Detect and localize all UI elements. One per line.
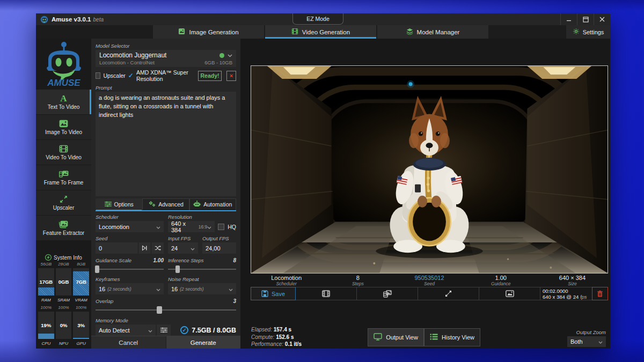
overlap-slider[interactable] [96, 306, 236, 314]
system-info-panel: System Info 56GB 28GB 8GB 17GB 0GB [36, 253, 91, 349]
expand-arrows-icon [445, 290, 452, 297]
output-zoom-label: Output Zoom [567, 329, 606, 335]
close-button[interactable] [594, 13, 610, 25]
model-selector-label: Model Selector [96, 43, 236, 49]
delete-output-button[interactable] [592, 287, 608, 300]
hq-checkbox[interactable] [218, 224, 224, 230]
tab-label: Image Generation [189, 29, 238, 35]
history-view-button[interactable]: History View [424, 328, 480, 346]
shuffle-seed-button[interactable] [151, 242, 164, 254]
prompt-input[interactable]: a dog is wearing an astronauts suite and… [96, 92, 236, 196]
send-to-image-button[interactable] [479, 287, 540, 300]
settings-button[interactable]: Settings [566, 25, 610, 39]
tab-video-generation[interactable]: Video Generation [265, 25, 376, 39]
resolution-select[interactable]: 640 x 384 16:9 [168, 221, 215, 232]
expand-arrows-icon [60, 195, 68, 204]
seed-link[interactable]: 950535012 [414, 275, 444, 281]
layers-icon [406, 28, 413, 36]
gpu-usage-bar: 3% [73, 312, 89, 339]
info-size: 640 × 384 Size [537, 274, 608, 287]
ram-usage-bar: 17GB [38, 268, 54, 295]
xdna-checkbox-label: AMD XDNA™ Super Resolution [136, 69, 195, 82]
sliders-icon [105, 201, 112, 208]
input-fps-select[interactable]: 24 [168, 242, 198, 254]
film-icon [59, 144, 68, 153]
ez-mode-button[interactable]: EZ Mode [292, 13, 343, 25]
seed-input[interactable]: 0 [96, 242, 138, 254]
frames-icon [59, 169, 69, 179]
upscaler-checkbox-label: Upscaler [103, 72, 125, 79]
sidebar: AMUSE A Text To Video Image To Video Vid… [36, 39, 91, 349]
hq-label: HQ [228, 224, 236, 230]
output-fps-input[interactable]: 24,00 [202, 242, 236, 254]
info-scheduler: Locomotion Scheduler [251, 274, 322, 287]
noise-repeat-select[interactable]: 16 (2 seconds) [168, 283, 236, 294]
app-title: Amuse v3.0.1 [52, 16, 91, 23]
scheduler-select[interactable]: Locomotion [96, 221, 164, 232]
xdna-checkbox[interactable]: ✓ [128, 72, 134, 79]
sram-usage-bar: 0GB [56, 268, 72, 295]
sidebar-item-text-to-video[interactable]: A Text To Video [36, 90, 91, 114]
sidebar-item-frame-to-frame[interactable]: Frame To Frame [36, 165, 91, 190]
generate-button[interactable]: Generate [166, 336, 241, 349]
npu-usage-bar: 0% [56, 312, 72, 339]
tab-advanced[interactable]: Advanced [142, 198, 189, 210]
vram-usage-bar: 7GB [73, 268, 89, 295]
last-seed-button[interactable] [138, 242, 151, 254]
generation-controls-panel: Model Selector Locomotion Juggernaut Loc… [91, 39, 240, 349]
sidebar-item-feature-extractor[interactable]: Feature Extractor [36, 216, 91, 240]
output-viewer: Locomotion Scheduler 8 Steps 950535012 S… [240, 39, 610, 349]
system-info-title: System Info [54, 255, 82, 261]
view-toggle: Output View History View [368, 328, 480, 346]
app-beta-tag: beta [93, 17, 104, 23]
frames-export-icon [383, 290, 392, 298]
letter-a-icon: A [60, 94, 67, 103]
cpu-usage-bar: 19% [38, 312, 54, 339]
amuse-window: Amuse v3.0.1 beta EZ Mode Image Generati… [36, 13, 610, 349]
memory-tune-button[interactable] [157, 324, 171, 336]
inference-steps-slider[interactable] [168, 265, 236, 273]
tab-automation[interactable]: Automation [189, 198, 236, 210]
image-icon [59, 119, 68, 128]
trash-icon [597, 290, 603, 297]
save-icon [261, 290, 268, 297]
image-export-icon [506, 290, 514, 297]
ready-button[interactable]: Ready! [198, 71, 221, 81]
film-icon [291, 28, 298, 36]
sidebar-item-video-to-video[interactable]: Video To Video [36, 140, 91, 165]
keyframes-select[interactable]: 16 (2 seconds) [96, 283, 164, 294]
tab-model-manager[interactable]: Model Manager [377, 25, 488, 39]
performance-stats: Elapsed: 157.4 s Compute: 152.6 s Perfor… [251, 326, 302, 348]
settings-label: Settings [583, 29, 604, 35]
sidebar-item-image-to-video[interactable]: Image To Video [36, 115, 91, 139]
video-preview[interactable] [251, 65, 608, 274]
output-duration-info: 00:02.0000 640 x 384 @ 24 fps [540, 287, 592, 300]
export-video-button[interactable] [296, 287, 357, 300]
model-selector[interactable]: Locomotion Juggernaut Locomotion - Contr… [96, 50, 236, 67]
output-view-button[interactable]: Output View [368, 328, 424, 346]
info-steps: 8 Steps [322, 274, 393, 287]
minimize-button[interactable] [560, 13, 577, 25]
chevron-down-icon [228, 52, 232, 58]
frames-to-image-button[interactable] [357, 287, 418, 300]
tab-label: Video Generation [302, 29, 350, 35]
window-controls [560, 13, 610, 25]
output-action-bar: Save 00:02.0000 640 x 384 @ 24 fps [251, 287, 608, 300]
options-tab-bar: Options Advanced Automation [96, 198, 236, 210]
unload-model-button[interactable]: × [226, 71, 236, 81]
upscale-output-button[interactable] [418, 287, 479, 300]
save-button[interactable]: Save [251, 287, 296, 300]
title-bar: Amuse v3.0.1 beta EZ Mode [36, 13, 610, 25]
cancel-button[interactable]: Cancel [91, 336, 166, 349]
tab-options[interactable]: Options [96, 198, 142, 210]
robot-icon [193, 201, 201, 208]
maximize-button[interactable] [577, 13, 594, 25]
sidebar-item-upscaler[interactable]: Upscaler [36, 190, 91, 215]
upscaler-checkbox[interactable] [96, 72, 100, 79]
info-guidance: 1.00 Guidance [465, 274, 537, 287]
output-zoom-select[interactable]: Both [567, 336, 606, 347]
list-icon [430, 334, 438, 341]
memory-mode-select[interactable]: Auto Detect [96, 324, 156, 336]
tab-image-generation[interactable]: Image Generation [153, 25, 264, 39]
guidance-scale-slider[interactable] [96, 265, 164, 273]
